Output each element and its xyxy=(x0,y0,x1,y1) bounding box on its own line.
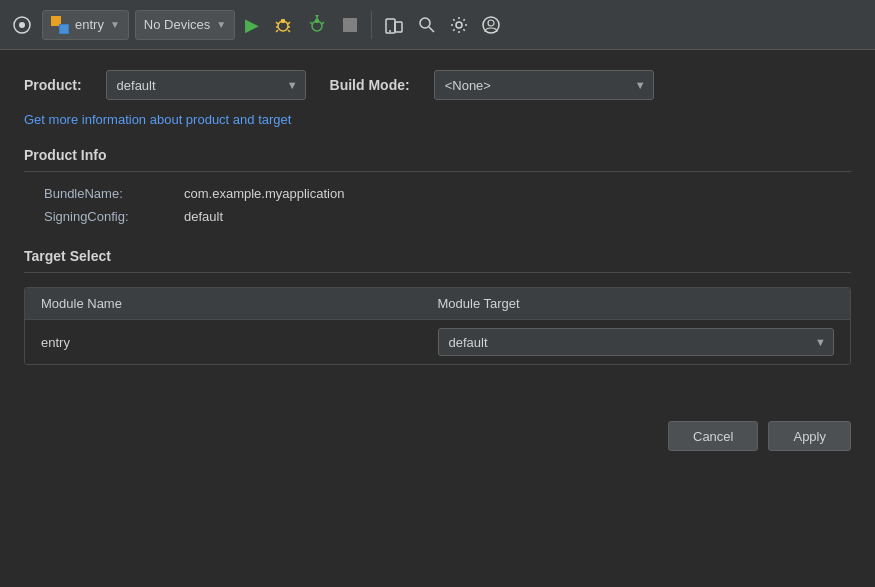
build-mode-select[interactable]: <None> xyxy=(434,70,654,100)
run-button[interactable]: ▶ xyxy=(241,10,263,40)
no-devices-chevron-icon: ▼ xyxy=(216,19,226,30)
target-settings-button[interactable] xyxy=(8,11,36,39)
product-label: Product: xyxy=(24,77,82,93)
stop-icon xyxy=(341,16,359,34)
cancel-button[interactable]: Cancel xyxy=(668,421,758,451)
svg-line-9 xyxy=(288,30,290,32)
target-select-header: Target Select xyxy=(24,248,851,273)
build-mode-select-wrapper: <None> ▼ xyxy=(434,70,654,100)
search-icon xyxy=(418,16,436,34)
stop-button[interactable] xyxy=(337,12,363,38)
svg-point-24 xyxy=(488,20,494,26)
product-build-row: Product: default ▼ Build Mode: <None> ▼ xyxy=(24,70,851,100)
target-select-section: Target Select Module Name Module Target … xyxy=(24,248,851,365)
target-table-header: Module Name Module Target xyxy=(25,288,850,320)
module-target-select[interactable]: default xyxy=(438,328,835,356)
search-button[interactable] xyxy=(414,12,440,38)
product-info-grid: BundleName: com.example.myapplication Si… xyxy=(24,186,851,224)
col-module-target: Module Target xyxy=(438,296,835,311)
signing-config-value: default xyxy=(184,209,851,224)
svg-line-4 xyxy=(276,22,278,24)
product-select[interactable]: default xyxy=(106,70,306,100)
target-table: Module Name Module Target entry default … xyxy=(24,287,851,365)
debug-icon xyxy=(273,15,293,35)
info-link[interactable]: Get more information about product and t… xyxy=(24,112,851,127)
svg-point-1 xyxy=(19,22,25,28)
bundle-name-value: com.example.myapplication xyxy=(184,186,851,201)
build-mode-label: Build Mode: xyxy=(330,77,410,93)
settings-icon xyxy=(450,16,468,34)
attach-debugger-button[interactable] xyxy=(303,11,331,39)
entry-dropdown[interactable]: entry ▼ xyxy=(42,10,129,40)
svg-marker-15 xyxy=(315,15,319,18)
toolbar-separator-1 xyxy=(371,11,372,39)
no-devices-dropdown[interactable]: No Devices ▼ xyxy=(135,10,235,40)
settings-button[interactable] xyxy=(446,12,472,38)
toolbar: entry ▼ No Devices ▼ ▶ xyxy=(0,0,875,50)
module-target-select-wrapper: default ▼ xyxy=(438,328,835,356)
product-info-section: Product Info BundleName: com.example.mya… xyxy=(24,147,851,224)
no-devices-label: No Devices xyxy=(144,17,210,32)
svg-line-12 xyxy=(310,22,312,24)
svg-line-21 xyxy=(429,27,434,32)
entry-icon xyxy=(51,16,69,34)
product-info-header: Product Info xyxy=(24,147,851,172)
module-name-value: entry xyxy=(41,335,438,350)
device-manager-button[interactable] xyxy=(380,11,408,39)
account-button[interactable] xyxy=(478,12,504,38)
device-manager-icon xyxy=(384,15,404,35)
col-module-name: Module Name xyxy=(41,296,438,311)
apply-button[interactable]: Apply xyxy=(768,421,851,451)
svg-rect-3 xyxy=(281,19,285,23)
table-row: entry default ▼ xyxy=(25,320,850,364)
bundle-name-key: BundleName: xyxy=(44,186,184,201)
attach-debugger-icon xyxy=(307,15,327,35)
footer: Cancel Apply xyxy=(0,405,875,467)
debug-button[interactable] xyxy=(269,11,297,39)
svg-rect-11 xyxy=(315,19,319,23)
svg-line-8 xyxy=(276,30,278,32)
svg-point-22 xyxy=(456,22,462,28)
main-content: Product: default ▼ Build Mode: <None> ▼ … xyxy=(0,50,875,405)
target-icon xyxy=(12,15,32,35)
svg-point-20 xyxy=(420,18,430,28)
svg-line-5 xyxy=(288,22,290,24)
entry-label: entry xyxy=(75,17,104,32)
svg-rect-18 xyxy=(395,22,402,32)
svg-line-13 xyxy=(322,22,324,24)
entry-chevron-icon: ▼ xyxy=(110,19,120,30)
product-select-wrapper: default ▼ xyxy=(106,70,306,100)
signing-config-key: SigningConfig: xyxy=(44,209,184,224)
svg-rect-16 xyxy=(343,18,357,32)
play-icon: ▶ xyxy=(245,14,259,36)
account-icon xyxy=(482,16,500,34)
